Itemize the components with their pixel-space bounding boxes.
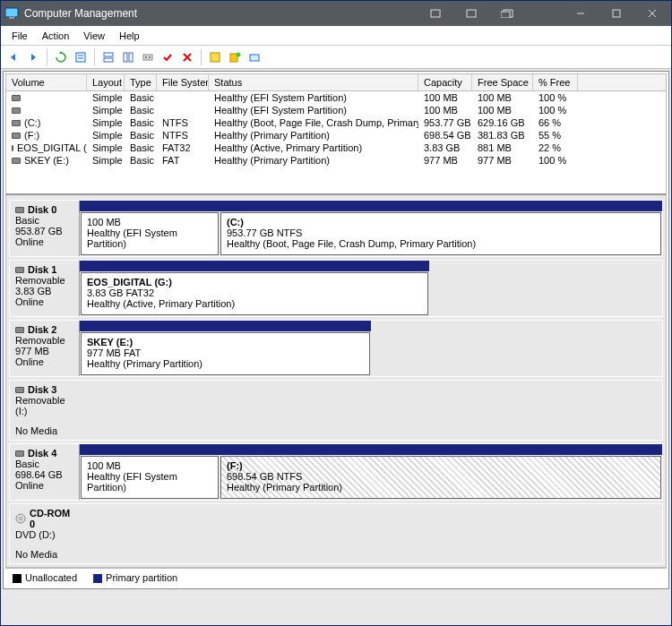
disk-label: Disk 4 Basic 698.64 GB Online (10, 444, 80, 500)
volume-fs: FAT (157, 154, 209, 167)
disk-block[interactable]: CD-ROM 0 DVD (D:) No Media (9, 503, 663, 564)
delete-button[interactable] (178, 48, 196, 66)
menu-help[interactable]: Help (112, 29, 147, 43)
view-list-button[interactable] (99, 48, 117, 66)
partition-stripe (80, 261, 429, 271)
partition[interactable]: EOS_DIGITAL (G:) 3.83 GB FAT32 Healthy (… (81, 272, 428, 315)
close-button[interactable] (642, 4, 662, 22)
help-button[interactable] (206, 48, 224, 66)
volume-status: Healthy (Boot, Page File, Crash Dump, Pr… (209, 116, 418, 129)
partition-size: 698.54 GB NTFS (227, 471, 655, 482)
volume-icon (12, 107, 21, 114)
swatch-primary (93, 574, 102, 583)
volume-fs: NTFS (157, 116, 209, 129)
col-volume[interactable]: Volume (6, 74, 87, 90)
volume-capacity: 3.83 GB (418, 141, 472, 154)
svg-rect-25 (250, 55, 259, 61)
volume-row[interactable]: (C:)SimpleBasicNTFSHealthy (Boot, Page F… (6, 116, 666, 129)
disk-label: Disk 3 Removable (I:) No Media (10, 381, 80, 440)
col-status[interactable]: Status (209, 74, 418, 90)
disk-state: No Media (15, 425, 74, 436)
back-button[interactable] (4, 48, 22, 66)
volume-layout: Simple (87, 104, 125, 116)
disk-name: CD-ROM 0 (30, 508, 74, 529)
disk-block[interactable]: Disk 1 Removable 3.83 GB Online EOS_DIGI… (9, 260, 663, 317)
volume-type: Basic (125, 154, 157, 167)
disk-icon (15, 267, 24, 273)
aux-button-2[interactable] (461, 4, 481, 22)
volume-layout: Simple (87, 91, 125, 104)
volume-row[interactable]: SimpleBasicHealthy (EFI System Partition… (6, 91, 666, 104)
volume-row[interactable]: SimpleBasicHealthy (EFI System Partition… (6, 104, 666, 116)
disk-block[interactable]: Disk 2 Removable 977 MB Online SKEY (E:)… (9, 320, 663, 377)
col-freespace[interactable]: Free Space (472, 74, 533, 90)
forward-button[interactable] (24, 48, 42, 66)
col-filesystem[interactable]: File System (157, 74, 209, 90)
partition[interactable]: (F:) 698.54 GB NTFS Healthy (Primary Par… (220, 456, 661, 499)
volume-status: Healthy (Active, Primary Partition) (209, 141, 418, 154)
partition[interactable]: 100 MB Healthy (EFI System Partition) (81, 212, 219, 255)
minimize-button[interactable] (571, 4, 590, 22)
volume-fs (157, 91, 209, 104)
app-icon (4, 6, 19, 21)
volume-type: Basic (125, 104, 157, 116)
col-layout[interactable]: Layout (87, 74, 125, 90)
svg-rect-0 (5, 8, 18, 17)
tool-button-a[interactable] (226, 48, 244, 66)
volume-capacity: 953.77 GB (418, 116, 472, 129)
maximize-button[interactable] (607, 4, 626, 22)
disk-state: Online (15, 356, 73, 367)
volume-name: (F:) (24, 130, 39, 141)
svg-rect-16 (129, 53, 133, 62)
disk-graphical-pane: Disk 0 Basic 953.87 GB Online 100 MB Hea… (5, 193, 667, 568)
menu-action[interactable]: Action (35, 29, 77, 43)
settings-button[interactable] (139, 48, 157, 66)
col-pctfree[interactable]: % Free (533, 74, 578, 90)
partition-size: 100 MB (87, 217, 212, 227)
tool-button-b[interactable] (246, 48, 263, 66)
volume-pct: 22 % (533, 141, 578, 154)
disk-state: Online (15, 236, 73, 247)
volume-row[interactable]: EOS_DIGITAL (G:)SimpleBasicFAT32Healthy … (6, 141, 666, 154)
svg-rect-3 (467, 10, 476, 17)
svg-rect-1 (9, 17, 14, 19)
volume-row[interactable]: SKEY (E:)SimpleBasicFATHealthy (Primary … (6, 154, 666, 167)
partition-status: Healthy (Primary Partition) (227, 482, 655, 493)
refresh-button[interactable] (52, 48, 70, 66)
check-button[interactable] (159, 48, 177, 66)
content-area: Volume Layout Type File System Status Ca… (4, 72, 668, 588)
partition[interactable]: 100 MB Healthy (EFI System Partition) (81, 456, 219, 499)
svg-rect-13 (104, 53, 113, 56)
menu-view[interactable]: View (76, 29, 112, 43)
disk-label: Disk 2 Removable 977 MB Online (10, 321, 80, 376)
volume-name: SKEY (E:) (24, 155, 69, 166)
view-detail-button[interactable] (119, 48, 137, 66)
col-type[interactable]: Type (125, 74, 157, 90)
volume-fs: FAT32 (157, 141, 209, 154)
properties-button[interactable] (72, 48, 90, 66)
partition-stripe (80, 444, 220, 455)
volume-capacity: 977 MB (418, 154, 472, 167)
partition[interactable]: (C:) 953.77 GB NTFS Healthy (Boot, Page … (220, 212, 661, 255)
partition[interactable]: SKEY (E:) 977 MB FAT Healthy (Primary Pa… (81, 332, 370, 375)
window-title: Computer Management (24, 7, 426, 20)
volume-icon (12, 158, 21, 164)
disk-block[interactable]: Disk 3 Removable (I:) No Media (9, 380, 663, 441)
partition-size: 100 MB (87, 460, 212, 471)
aux-button-3[interactable] (497, 4, 517, 22)
partition-status: Healthy (Primary Partition) (87, 358, 364, 369)
volume-row[interactable]: (F:)SimpleBasicNTFSHealthy (Primary Part… (6, 129, 666, 141)
legend: Unallocated Primary partition (5, 568, 667, 587)
partition-size: 3.83 GB FAT32 (87, 287, 422, 298)
disk-name: Disk 1 (28, 264, 56, 275)
volume-icon (12, 133, 21, 139)
aux-button-1[interactable] (426, 4, 445, 22)
disk-state: Online (15, 296, 73, 307)
col-capacity[interactable]: Capacity (418, 74, 472, 90)
disk-block[interactable]: Disk 0 Basic 953.87 GB Online 100 MB Hea… (9, 200, 663, 257)
disk-block[interactable]: Disk 4 Basic 698.64 GB Online 100 MB Hea… (9, 443, 663, 501)
menu-file[interactable]: File (4, 29, 35, 43)
legend-primary: Primary partition (93, 572, 177, 583)
disk-type: DVD (D:) (15, 529, 74, 540)
volume-capacity: 100 MB (418, 91, 472, 104)
